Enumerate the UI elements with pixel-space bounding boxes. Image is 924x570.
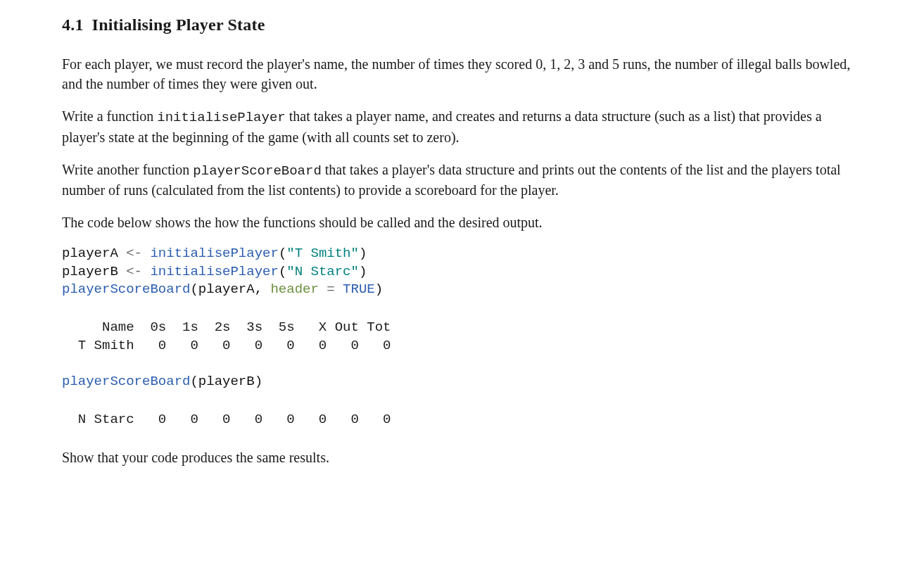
code-token: playerB bbox=[62, 264, 126, 279]
section-heading: 4.1Initialising Player State bbox=[62, 15, 862, 34]
code-token: playerA, bbox=[198, 281, 271, 297]
code-token: ) bbox=[359, 246, 367, 261]
paragraph-4: The code below shows the how the functio… bbox=[62, 213, 862, 232]
paragraph-3a: Write another function bbox=[62, 162, 193, 177]
code-token: "T Smith" bbox=[286, 246, 359, 261]
code-token: "N Starc" bbox=[286, 264, 359, 279]
paragraph-5: Show that your code produces the same re… bbox=[62, 448, 862, 467]
code-token: ( bbox=[279, 264, 286, 279]
code-token: ( bbox=[190, 281, 198, 297]
code-token: initialisePlayer bbox=[150, 264, 278, 279]
paragraph-2a: Write a function bbox=[62, 108, 157, 124]
code-token: header bbox=[270, 281, 327, 297]
code-block-2: playerScoreBoard(playerB) bbox=[62, 373, 862, 391]
code-token: ) bbox=[359, 264, 367, 279]
document-page: 4.1Initialising Player State For each pl… bbox=[0, 0, 924, 570]
code-token: TRUE bbox=[343, 281, 375, 297]
code-token: <- bbox=[126, 264, 150, 279]
section-number: 4.1 bbox=[62, 15, 84, 34]
code-token: ) bbox=[375, 281, 383, 297]
inline-code-initialisePlayer: initialisePlayer bbox=[157, 110, 285, 125]
code-token: ) bbox=[255, 374, 262, 389]
code-token: ( bbox=[279, 246, 286, 261]
code-token: playerScoreBoard bbox=[62, 374, 190, 389]
code-token: = bbox=[327, 281, 343, 297]
code-token: playerA bbox=[62, 246, 126, 261]
paragraph-1: For each player, we must record the play… bbox=[62, 54, 862, 94]
output-block-2: N Starc 0 0 0 0 0 0 0 0 bbox=[62, 411, 862, 429]
code-token: initialisePlayer bbox=[150, 246, 278, 261]
inline-code-playerScoreBoard: playerScoreBoard bbox=[193, 163, 321, 179]
code-token: playerB bbox=[198, 374, 255, 389]
code-token: <- bbox=[126, 246, 150, 261]
code-token: playerScoreBoard bbox=[62, 281, 190, 297]
code-block-1: playerA <- initialisePlayer("T Smith") p… bbox=[62, 245, 862, 299]
paragraph-3: Write another function playerScoreBoard … bbox=[62, 160, 862, 201]
section-title: Initialising Player State bbox=[92, 15, 265, 34]
output-block-1: Name 0s 1s 2s 3s 5s X Out Tot T Smith 0 … bbox=[62, 319, 862, 355]
code-token: ( bbox=[190, 374, 198, 389]
paragraph-2: Write a function initialisePlayer that t… bbox=[62, 106, 862, 147]
